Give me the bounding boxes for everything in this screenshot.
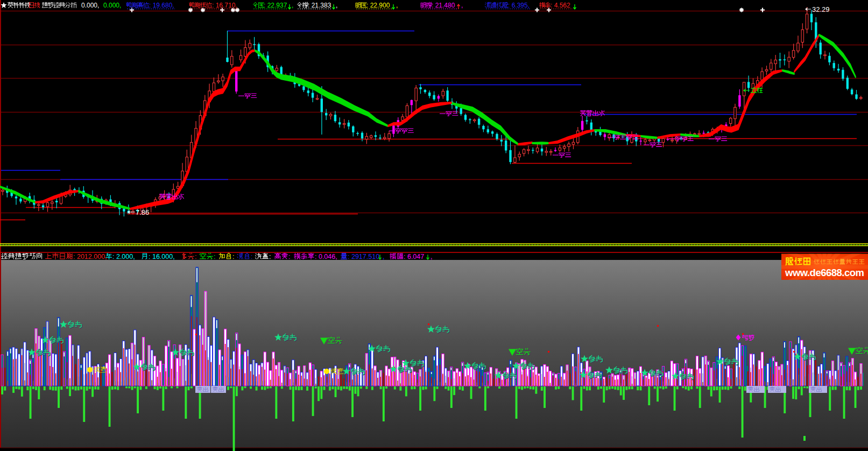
svg-text:: 6.047: : 6.047 xyxy=(404,253,424,260)
svg-text:0.000,: 0.000, xyxy=(81,2,99,9)
svg-text:: 4.562: : 4.562 xyxy=(551,2,570,9)
svg-text::: : xyxy=(251,253,252,260)
svg-text:www.de6688.com: www.de6688.com xyxy=(785,267,864,278)
svg-text:7.86: 7.86 xyxy=(136,208,149,216)
svg-text:,: , xyxy=(292,2,293,9)
svg-text:: 2.000,: : 2.000, xyxy=(112,253,135,260)
svg-text:: 16.000,: : 16.000, xyxy=(149,253,175,260)
svg-text::: : xyxy=(269,253,271,260)
svg-text:: 22.937: : 22.937 xyxy=(264,2,287,9)
svg-text:: 21.383: : 21.383 xyxy=(308,2,331,9)
svg-text:32.29: 32.29 xyxy=(812,5,830,13)
svg-text:,: , xyxy=(336,2,337,9)
svg-text:,: , xyxy=(431,253,432,260)
svg-text::: : xyxy=(232,253,234,260)
svg-text::: : xyxy=(288,253,290,260)
svg-text:,: , xyxy=(383,253,384,260)
svg-text:: 2917.510: : 2917.510 xyxy=(348,253,379,260)
svg-text:: 2012.000,: : 2012.000, xyxy=(73,253,107,260)
svg-text:,: , xyxy=(461,2,463,9)
svg-text:: 21.480: : 21.480 xyxy=(432,2,455,9)
svg-text:,: , xyxy=(396,2,398,9)
svg-text::: : xyxy=(195,253,196,260)
svg-text:: 22.900: : 22.900 xyxy=(366,2,390,9)
svg-text:: 0.046,: : 0.046, xyxy=(315,253,337,260)
svg-text:: 16.710,: : 16.710, xyxy=(212,2,237,9)
svg-text::: : xyxy=(214,253,215,260)
svg-text:: 19.680,: : 19.680, xyxy=(149,2,174,9)
svg-text:: 6.395,: : 6.395, xyxy=(508,2,530,9)
svg-text:0.000,: 0.000, xyxy=(103,2,121,9)
